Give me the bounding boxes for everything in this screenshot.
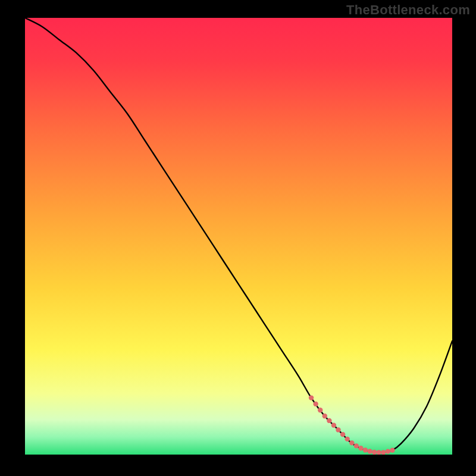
svg-point-0: [309, 395, 314, 400]
svg-point-10: [354, 443, 359, 448]
watermark-text: TheBottleneck.com: [346, 2, 470, 18]
svg-point-6: [336, 427, 340, 432]
svg-point-2: [318, 408, 322, 412]
svg-point-12: [363, 447, 368, 452]
svg-point-13: [367, 449, 372, 453]
svg-point-11: [358, 446, 363, 450]
svg-point-14: [372, 450, 377, 455]
svg-point-9: [349, 440, 354, 445]
plot-area: [25, 18, 452, 455]
svg-point-3: [322, 414, 327, 418]
svg-point-5: [331, 422, 336, 427]
gradient-background: [25, 18, 452, 455]
svg-point-1: [313, 402, 318, 406]
svg-point-8: [345, 437, 349, 441]
svg-point-18: [390, 447, 394, 452]
chart-frame: TheBottleneck.com: [0, 0, 476, 476]
svg-point-7: [340, 432, 345, 437]
chart-svg: [25, 18, 452, 455]
svg-point-17: [386, 449, 390, 453]
svg-point-4: [327, 418, 331, 423]
